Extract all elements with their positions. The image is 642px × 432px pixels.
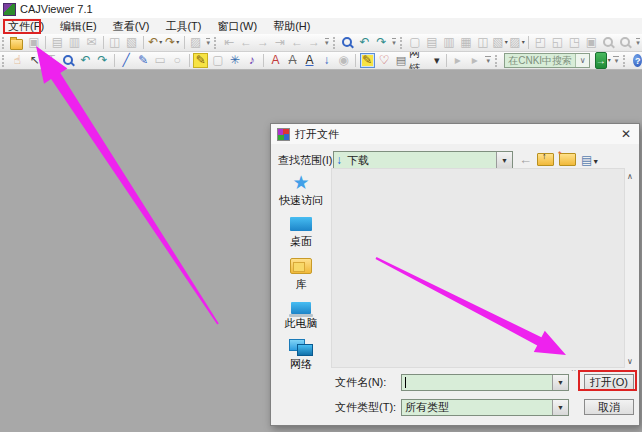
views-menu-icon[interactable]: ▤▼ — [581, 153, 599, 167]
undo-icon[interactable]: ↶▾ — [148, 35, 163, 50]
ellipse-tool-icon[interactable]: ○ — [170, 53, 185, 68]
first-page-icon[interactable]: ⇤ — [222, 35, 237, 50]
next-result-icon[interactable]: ▸ — [467, 53, 482, 68]
place-libraries[interactable]: 库 — [271, 256, 331, 292]
file-type-dropdown-icon[interactable]: ▼ — [552, 400, 568, 415]
scroll-down-icon[interactable]: ∨ — [627, 357, 633, 366]
toolbar-overflow-icon[interactable]: ▾ — [613, 56, 619, 65]
select-tool-icon[interactable]: ↖ — [27, 53, 42, 68]
strikeout-text-icon[interactable]: A — [285, 53, 300, 68]
dialog-title-bar[interactable]: 打开文件 ✕ — [271, 124, 639, 144]
hand-tool-icon[interactable]: ☝ — [10, 53, 25, 68]
fit-height-icon[interactable]: ◳ — [567, 35, 582, 50]
text-select-icon[interactable]: T — [44, 53, 59, 68]
cnki-search-dropdown-icon[interactable]: ∨ — [575, 54, 589, 67]
new-folder-icon[interactable]: * — [559, 153, 576, 166]
highlighter-tool-icon[interactable]: ✎ — [193, 53, 208, 68]
zoom-in-icon[interactable] — [618, 35, 633, 50]
toolbar-overflow-icon[interactable]: ▾ — [636, 38, 640, 47]
open-button[interactable]: 打开(O) — [584, 374, 634, 390]
cnki-search-input[interactable]: 在CNKI中搜索 — [505, 54, 575, 68]
menu-view[interactable]: 查看(V) — [105, 18, 158, 35]
sound-note-icon[interactable]: ♪ — [244, 53, 259, 68]
rotate-left-icon[interactable]: ↶ — [357, 35, 372, 50]
toolbar-overflow-icon[interactable]: ▾ — [485, 56, 491, 65]
place-this-pc[interactable]: 此电脑 — [271, 299, 331, 331]
file-type-value[interactable]: 所有类型 — [402, 400, 552, 415]
cnki-search-combo[interactable]: 在CNKI中搜索∨ — [504, 53, 590, 68]
place-quick-access[interactable]: ★ 快速访问 — [271, 174, 331, 208]
cnki-note-icon[interactable]: ✎ — [360, 53, 375, 68]
open-file-icon[interactable] — [9, 35, 24, 50]
zoom-tool-icon[interactable] — [61, 53, 76, 68]
cnki-link-dropdown-icon[interactable]: ▾ — [434, 54, 440, 67]
scroll-up-icon[interactable]: ∧ — [627, 172, 633, 181]
rotate-view-left-icon[interactable]: ↶ — [78, 53, 93, 68]
toolbar-overflow-icon[interactable]: ▾ — [392, 38, 396, 47]
hyperlink-note-icon[interactable]: ◉ — [336, 53, 351, 68]
line-tool-icon[interactable]: ╱ — [119, 53, 134, 68]
fit-width-icon[interactable]: ◱ — [550, 35, 565, 50]
file-type-combo[interactable]: 所有类型 ▼ — [401, 399, 569, 416]
cnki-search-go-button[interactable]: →▾ — [593, 53, 610, 68]
undo-icon-dropdown[interactable]: ▾ — [159, 35, 162, 50]
menu-help[interactable]: 帮助(H) — [265, 18, 318, 35]
toolbar-overflow-icon[interactable]: ▾ — [206, 38, 210, 47]
back-icon[interactable]: ← — [519, 152, 532, 167]
fit-page-icon[interactable]: ◰ — [533, 35, 548, 50]
select-zoom-icon[interactable] — [340, 35, 355, 50]
go-dropdown-icon[interactable]: ▾ — [608, 53, 611, 68]
print-preview-icon[interactable]: ▥ — [67, 35, 82, 50]
place-network[interactable]: 网络 — [271, 338, 331, 372]
favorites-icon[interactable]: ♡ — [377, 53, 392, 68]
rotate-view-right-icon[interactable]: ↷ — [95, 53, 110, 68]
menu-tools[interactable]: 工具(T) — [157, 18, 209, 35]
zoom-out-icon[interactable] — [601, 35, 616, 50]
underline-text-icon[interactable]: A — [302, 53, 317, 68]
thumbnail-view-icon[interactable]: ◫ — [475, 35, 490, 50]
settings-icon[interactable]: ✳ — [227, 53, 242, 68]
facing-page-icon[interactable]: ▥ — [441, 35, 456, 50]
page-layout-alt-icon-dropdown[interactable]: ▾ — [522, 35, 525, 50]
rotate-right-icon[interactable]: ↷ — [374, 35, 389, 50]
menu-window[interactable]: 窗口(W) — [209, 18, 265, 35]
resize-grip[interactable]: ‥ — [571, 364, 577, 373]
single-page-icon[interactable]: ▢ — [407, 35, 422, 50]
look-in-dropdown-icon[interactable]: ▼ — [496, 152, 512, 168]
note-tool-icon[interactable]: ▢ — [210, 53, 225, 68]
cancel-button[interactable]: 取消 — [584, 399, 634, 415]
pencil-tool-icon[interactable]: ✎ — [136, 53, 151, 68]
up-one-level-icon[interactable]: ↑ — [537, 153, 554, 166]
menu-edit[interactable]: 编辑(E) — [52, 18, 105, 35]
page-layout-icon[interactable]: ▧▾ — [492, 35, 507, 50]
insert-caret-icon[interactable]: ↓ — [319, 53, 334, 68]
continuous-page-icon[interactable]: ▤ — [424, 35, 439, 50]
file-name-combo[interactable]: ▼ — [401, 374, 569, 391]
highlight-text-icon[interactable]: A — [268, 53, 283, 68]
print-icon[interactable]: ▤ — [50, 35, 65, 50]
close-icon[interactable]: ✕ — [619, 127, 633, 141]
snapshot-icon[interactable]: ▧ — [124, 35, 139, 50]
redo-icon[interactable]: ↷▾ — [165, 35, 180, 50]
go-arrow-icon[interactable]: → — [595, 52, 607, 69]
mail-icon[interactable]: ✉ — [84, 35, 99, 50]
file-list-scrollbar[interactable]: ∧ ∨ — [627, 170, 639, 368]
properties-icon[interactable]: ▨ — [188, 35, 203, 50]
menu-file[interactable]: 文件(F) — [0, 18, 52, 35]
redo-icon-dropdown[interactable]: ▾ — [176, 35, 179, 50]
forward-view-icon[interactable]: → — [307, 35, 322, 50]
file-name-dropdown-icon[interactable]: ▼ — [552, 375, 568, 390]
actual-size-icon[interactable]: ▣ — [584, 35, 599, 50]
file-list[interactable] — [331, 168, 625, 368]
cnki-link-button[interactable]: ▤知网链接▾ — [393, 52, 443, 70]
back-view-icon[interactable]: ← — [290, 35, 305, 50]
save-icon[interactable]: ▣ — [26, 35, 41, 50]
prev-result-icon[interactable]: ▸ — [450, 53, 465, 68]
page-layout-icon-dropdown[interactable]: ▾ — [505, 35, 508, 50]
copy-icon[interactable]: ◫ — [107, 35, 122, 50]
help-icon[interactable]: ? — [633, 54, 642, 67]
toolbar-overflow-icon[interactable]: ▾ — [325, 38, 329, 47]
next-page-icon[interactable]: → — [256, 35, 271, 50]
prev-page-icon[interactable]: ← — [239, 35, 254, 50]
continuous-facing-icon[interactable]: ▦ — [458, 35, 473, 50]
